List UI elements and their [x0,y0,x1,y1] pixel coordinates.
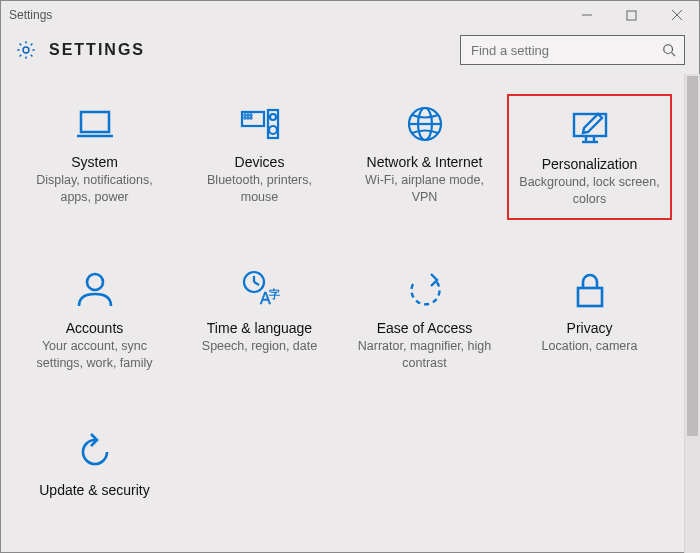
lock-icon [566,266,614,314]
content-area: System Display, notifications, apps, pow… [0,74,684,553]
svg-point-12 [250,114,251,115]
svg-point-18 [269,126,277,134]
tile-subtitle: Speech, region, date [196,338,323,355]
time-lang-icon: A 字 [236,266,284,314]
search-box[interactable] [460,35,685,65]
tile-subtitle: Bluetooth, printers, mouse [181,172,338,206]
page-title: SETTINGS [49,41,145,59]
tile-accounts[interactable]: Accounts Your account, sync settings, wo… [12,260,177,382]
svg-line-29 [254,282,259,285]
tile-title: Devices [235,154,285,170]
svg-point-15 [250,117,251,118]
tile-subtitle: Your account, sync settings, work, famil… [16,338,173,372]
svg-point-26 [87,274,103,290]
minimize-button[interactable] [564,1,609,29]
tile-subtitle: Background, lock screen, colors [513,174,666,208]
header-left: SETTINGS [15,39,145,61]
tile-title: System [71,154,118,170]
tile-subtitle: Display, notifications, apps, power [16,172,173,206]
svg-rect-7 [81,112,109,132]
tile-personalization[interactable]: Personalization Background, lock screen,… [507,94,672,220]
tile-update-security[interactable]: Update & security [12,422,177,510]
tile-subtitle: Wi-Fi, airplane mode, VPN [346,172,503,206]
svg-point-4 [23,47,29,53]
tile-title: Accounts [66,320,124,336]
person-icon [71,266,119,314]
tile-title: Personalization [542,156,638,172]
svg-point-11 [247,114,248,115]
gear-icon [15,39,37,61]
maximize-button[interactable] [609,1,654,29]
tile-ease-of-access[interactable]: Ease of Access Narrator, magnifier, high… [342,260,507,382]
tile-privacy[interactable]: Privacy Location, camera [507,260,672,382]
settings-grid: System Display, notifications, apps, pow… [0,94,684,510]
tile-title: Ease of Access [377,320,473,336]
personalization-icon [566,102,614,150]
globe-icon [401,100,449,148]
tile-title: Privacy [567,320,613,336]
svg-rect-32 [578,288,602,306]
tile-devices[interactable]: Devices Bluetooth, printers, mouse [177,94,342,220]
window-controls [564,1,699,29]
svg-point-5 [664,45,673,54]
svg-point-14 [247,117,248,118]
titlebar: Settings [1,1,699,29]
tile-system[interactable]: System Display, notifications, apps, pow… [12,94,177,220]
scrollbar[interactable] [684,74,700,553]
window-title: Settings [9,8,52,22]
search-input[interactable] [469,42,662,59]
devices-icon [236,100,284,148]
update-icon [71,428,119,476]
svg-text:字: 字 [269,288,280,300]
accessibility-icon [401,266,449,314]
close-button[interactable] [654,1,699,29]
svg-line-6 [672,53,676,57]
tile-title: Update & security [39,482,150,498]
tile-network[interactable]: Network & Internet Wi-Fi, airplane mode,… [342,94,507,220]
search-icon [662,43,676,57]
svg-point-17 [270,114,276,120]
tile-subtitle: Narrator, magnifier, high contrast [346,338,503,372]
tile-title: Network & Internet [367,154,483,170]
svg-point-13 [244,117,245,118]
svg-rect-1 [627,11,636,20]
tile-subtitle: Location, camera [536,338,644,355]
tile-title: Time & language [207,320,312,336]
svg-point-10 [244,114,245,115]
header: SETTINGS [1,29,699,75]
tile-time-language[interactable]: A 字 Time & language Speech, region, date [177,260,342,382]
scrollbar-thumb[interactable] [687,76,698,436]
laptop-icon [71,100,119,148]
